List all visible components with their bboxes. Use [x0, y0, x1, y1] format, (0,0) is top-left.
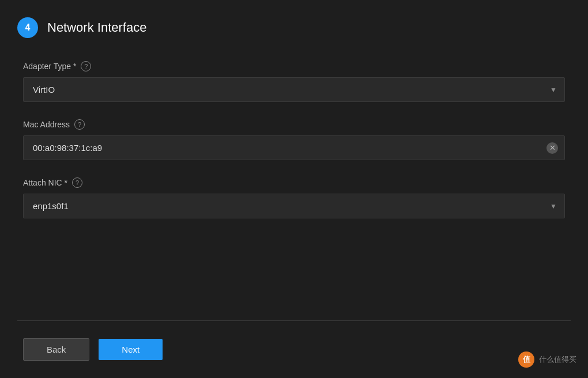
watermark: 值 什么值得买 [518, 351, 576, 368]
page-header: 4 Network Interface [17, 12, 571, 50]
step-badge: 4 [17, 17, 38, 38]
mac-address-group: Mac Address ? ✕ [23, 119, 565, 160]
watermark-logo: 值 [518, 351, 534, 368]
attach-nic-select[interactable]: enp1s0f1 eth0 eth1 [23, 194, 565, 218]
mac-address-input[interactable] [23, 135, 565, 160]
watermark-text: 什么值得买 [539, 354, 576, 365]
attach-nic-label: Attach NIC * ? [23, 177, 565, 188]
page-title: Network Interface [47, 20, 146, 35]
page-container: 4 Network Interface Adapter Type * ? Vir… [0, 0, 588, 378]
mac-address-label: Mac Address ? [23, 119, 565, 130]
footer-divider [17, 320, 571, 321]
adapter-type-label: Adapter Type * ? [23, 61, 565, 71]
adapter-type-select-wrapper: VirtIO e1000 rtl8139 ▼ [23, 77, 565, 102]
attach-nic-label-text: Attach NIC * [23, 178, 67, 187]
mac-address-input-wrapper: ✕ [23, 135, 565, 160]
adapter-type-group: Adapter Type * ? VirtIO e1000 rtl8139 ▼ [23, 61, 565, 102]
adapter-type-label-text: Adapter Type * [23, 62, 76, 71]
attach-nic-select-wrapper: enp1s0f1 eth0 eth1 ▼ [23, 194, 565, 218]
attach-nic-help-icon[interactable]: ? [72, 177, 82, 188]
adapter-type-select[interactable]: VirtIO e1000 rtl8139 [23, 77, 565, 102]
mac-address-label-text: Mac Address [23, 120, 70, 129]
form-container: Adapter Type * ? VirtIO e1000 rtl8139 ▼ … [17, 50, 571, 315]
adapter-type-help-icon[interactable]: ? [81, 61, 91, 71]
next-button[interactable]: Next [99, 339, 163, 360]
footer-actions: Back Next [17, 332, 571, 366]
mac-address-help-icon[interactable]: ? [74, 119, 85, 130]
mac-address-clear-icon[interactable]: ✕ [546, 142, 558, 154]
attach-nic-group: Attach NIC * ? enp1s0f1 eth0 eth1 ▼ [23, 177, 565, 218]
back-button[interactable]: Back [23, 338, 89, 361]
